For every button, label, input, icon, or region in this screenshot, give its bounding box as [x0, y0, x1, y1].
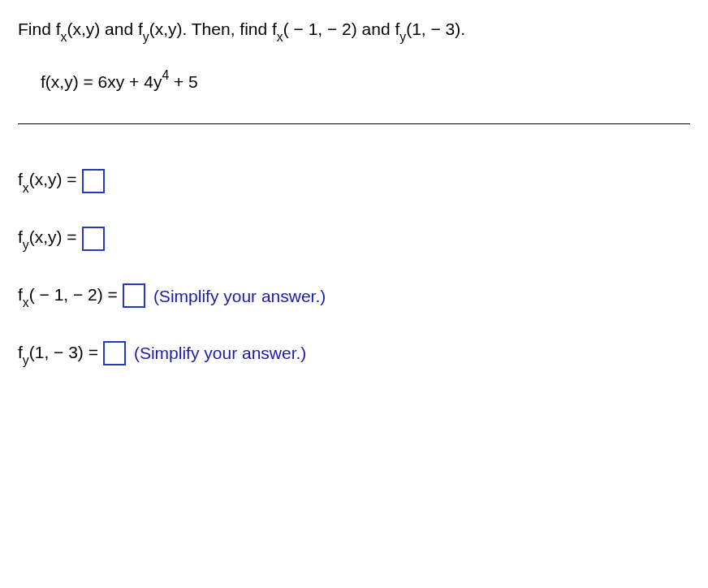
hint-text: (Simplify your answer.) [153, 283, 326, 309]
prefix: f [18, 227, 23, 246]
args: ( − 1, − 2) = [29, 285, 118, 304]
answer-row-fy-point: fy(1, − 3) = (Simplify your answer.) [18, 339, 690, 368]
text: ( − 1, − 2) and f [283, 19, 400, 38]
text: (1, − 3). [406, 19, 465, 38]
args: (1, − 3) = [29, 343, 98, 361]
prefix: f [18, 285, 23, 304]
answer-row-fx: fx(x,y) = [18, 166, 690, 195]
subscript: x [23, 296, 29, 309]
hint-text: (Simplify your answer.) [134, 340, 306, 366]
answer-input-fx-point[interactable] [123, 283, 145, 308]
divider [18, 123, 690, 124]
prefix: f [18, 170, 23, 188]
subscript: x [23, 181, 29, 195]
subscript-x: x [277, 30, 283, 44]
text: (x,y). Then, find f [149, 19, 277, 38]
subscript: y [23, 238, 29, 252]
equation-lhs: f(x,y) = 6xy + 4y [41, 72, 162, 91]
answer-row-fx-point: fx( − 1, − 2) = (Simplify your answer.) [18, 282, 690, 310]
answer-input-fx[interactable] [82, 169, 105, 193]
subscript-y: y [143, 30, 149, 44]
answer-row-fy: fy(x,y) = [18, 224, 690, 253]
text: Find f [18, 19, 61, 38]
text: (x,y) and f [67, 19, 142, 38]
answer-input-fy-point[interactable] [103, 341, 126, 365]
problem-statement: Find fx(x,y) and fy(x,y). Then, find fx(… [18, 16, 690, 45]
args: (x,y) = [29, 227, 77, 246]
prefix: f [18, 343, 23, 361]
superscript: 4 [162, 68, 169, 82]
subscript: y [23, 353, 29, 367]
equation: f(x,y) = 6xy + 4y4 + 5 [41, 67, 690, 95]
subscript-y: y [399, 30, 406, 44]
subscript-x: x [61, 30, 67, 44]
equation-rhs: + 5 [169, 72, 198, 91]
answer-input-fy[interactable] [82, 227, 105, 251]
args: (x,y) = [29, 170, 77, 188]
